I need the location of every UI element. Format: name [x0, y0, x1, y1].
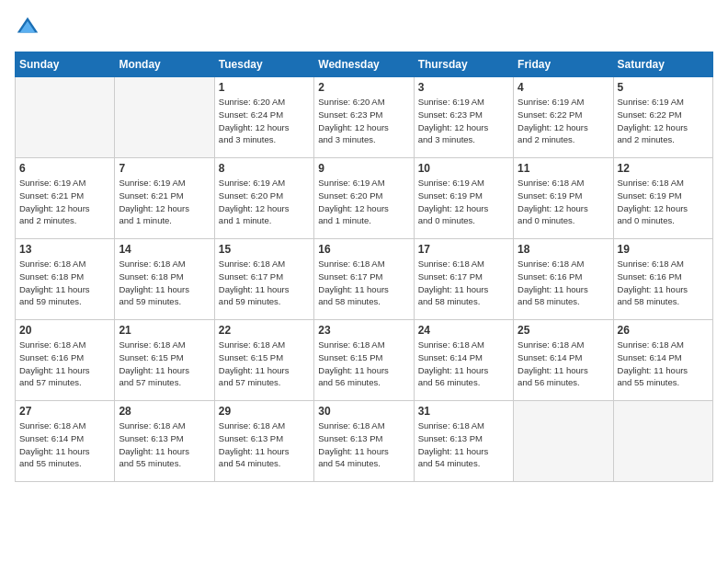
calendar-cell: [514, 401, 613, 482]
header-tuesday: Tuesday: [214, 52, 313, 77]
calendar-cell: 28Sunrise: 6:18 AM Sunset: 6:13 PM Dayli…: [115, 401, 214, 482]
calendar-cell: 8Sunrise: 6:19 AM Sunset: 6:20 PM Daylig…: [214, 158, 313, 239]
day-number: 3: [418, 81, 509, 94]
calendar-cell: 30Sunrise: 6:18 AM Sunset: 6:13 PM Dayli…: [314, 401, 414, 482]
day-number: 25: [518, 324, 609, 337]
day-info: Sunrise: 6:19 AM Sunset: 6:23 PM Dayligh…: [418, 96, 509, 146]
day-info: Sunrise: 6:18 AM Sunset: 6:15 PM Dayligh…: [318, 339, 409, 389]
day-number: 19: [618, 243, 709, 256]
day-info: Sunrise: 6:20 AM Sunset: 6:23 PM Dayligh…: [318, 96, 409, 146]
day-number: 28: [119, 405, 210, 418]
calendar-cell: 10Sunrise: 6:19 AM Sunset: 6:19 PM Dayli…: [414, 158, 513, 239]
day-number: 23: [318, 324, 409, 337]
calendar-cell: 11Sunrise: 6:18 AM Sunset: 6:19 PM Dayli…: [514, 158, 613, 239]
calendar-cell: 20Sunrise: 6:18 AM Sunset: 6:16 PM Dayli…: [16, 320, 115, 401]
calendar-week-1: 1Sunrise: 6:20 AM Sunset: 6:24 PM Daylig…: [16, 77, 713, 158]
calendar-cell: 17Sunrise: 6:18 AM Sunset: 6:17 PM Dayli…: [414, 239, 513, 320]
calendar-cell: [613, 401, 712, 482]
calendar-cell: 7Sunrise: 6:19 AM Sunset: 6:21 PM Daylig…: [115, 158, 214, 239]
day-info: Sunrise: 6:19 AM Sunset: 6:21 PM Dayligh…: [19, 177, 110, 227]
day-number: 31: [418, 405, 509, 418]
day-number: 4: [518, 81, 609, 94]
day-number: 13: [19, 243, 110, 256]
day-number: 1: [219, 81, 310, 94]
day-number: 30: [318, 405, 409, 418]
day-number: 18: [518, 243, 609, 256]
calendar-cell: 14Sunrise: 6:18 AM Sunset: 6:18 PM Dayli…: [115, 239, 214, 320]
calendar-cell: 24Sunrise: 6:18 AM Sunset: 6:14 PM Dayli…: [414, 320, 513, 401]
day-info: Sunrise: 6:18 AM Sunset: 6:18 PM Dayligh…: [19, 258, 110, 308]
page-header: [15, 15, 713, 40]
day-number: 22: [219, 324, 310, 337]
calendar-cell: 13Sunrise: 6:18 AM Sunset: 6:18 PM Dayli…: [16, 239, 115, 320]
day-info: Sunrise: 6:18 AM Sunset: 6:14 PM Dayligh…: [19, 419, 110, 470]
day-info: Sunrise: 6:18 AM Sunset: 6:13 PM Dayligh…: [318, 419, 409, 470]
calendar-week-4: 20Sunrise: 6:18 AM Sunset: 6:16 PM Dayli…: [16, 320, 713, 401]
day-info: Sunrise: 6:19 AM Sunset: 6:21 PM Dayligh…: [119, 177, 210, 227]
calendar-cell: 12Sunrise: 6:18 AM Sunset: 6:19 PM Dayli…: [613, 158, 712, 239]
logo-icon: [15, 15, 40, 40]
day-info: Sunrise: 6:19 AM Sunset: 6:22 PM Dayligh…: [618, 96, 709, 146]
day-info: Sunrise: 6:20 AM Sunset: 6:24 PM Dayligh…: [219, 96, 310, 146]
calendar-cell: 27Sunrise: 6:18 AM Sunset: 6:14 PM Dayli…: [16, 401, 115, 482]
day-info: Sunrise: 6:19 AM Sunset: 6:20 PM Dayligh…: [318, 177, 409, 227]
day-info: Sunrise: 6:18 AM Sunset: 6:17 PM Dayligh…: [318, 258, 409, 308]
header-saturday: Saturday: [613, 52, 712, 77]
calendar-cell: 16Sunrise: 6:18 AM Sunset: 6:17 PM Dayli…: [314, 239, 414, 320]
calendar-cell: 25Sunrise: 6:18 AM Sunset: 6:14 PM Dayli…: [514, 320, 613, 401]
calendar-cell: 21Sunrise: 6:18 AM Sunset: 6:15 PM Dayli…: [115, 320, 214, 401]
calendar-cell: 18Sunrise: 6:18 AM Sunset: 6:16 PM Dayli…: [514, 239, 613, 320]
calendar-cell: 31Sunrise: 6:18 AM Sunset: 6:13 PM Dayli…: [414, 401, 513, 482]
calendar-header-row: SundayMondayTuesdayWednesdayThursdayFrid…: [16, 52, 713, 77]
calendar-cell: 29Sunrise: 6:18 AM Sunset: 6:13 PM Dayli…: [214, 401, 313, 482]
header-thursday: Thursday: [414, 52, 513, 77]
day-info: Sunrise: 6:18 AM Sunset: 6:18 PM Dayligh…: [119, 258, 210, 308]
day-info: Sunrise: 6:18 AM Sunset: 6:17 PM Dayligh…: [418, 258, 509, 308]
calendar-week-3: 13Sunrise: 6:18 AM Sunset: 6:18 PM Dayli…: [16, 239, 713, 320]
calendar-cell: 23Sunrise: 6:18 AM Sunset: 6:15 PM Dayli…: [314, 320, 414, 401]
day-number: 14: [119, 243, 210, 256]
calendar-cell: 5Sunrise: 6:19 AM Sunset: 6:22 PM Daylig…: [613, 77, 712, 158]
day-info: Sunrise: 6:18 AM Sunset: 6:16 PM Dayligh…: [618, 258, 709, 308]
day-info: Sunrise: 6:18 AM Sunset: 6:16 PM Dayligh…: [19, 339, 110, 389]
day-number: 17: [418, 243, 509, 256]
day-info: Sunrise: 6:18 AM Sunset: 6:15 PM Dayligh…: [219, 339, 310, 389]
day-number: 5: [618, 81, 709, 94]
calendar-cell: 19Sunrise: 6:18 AM Sunset: 6:16 PM Dayli…: [613, 239, 712, 320]
calendar-cell: [16, 77, 115, 158]
calendar-cell: 1Sunrise: 6:20 AM Sunset: 6:24 PM Daylig…: [214, 77, 313, 158]
day-number: 21: [119, 324, 210, 337]
header-monday: Monday: [115, 52, 214, 77]
calendar-cell: 2Sunrise: 6:20 AM Sunset: 6:23 PM Daylig…: [314, 77, 414, 158]
day-number: 11: [518, 162, 609, 175]
day-info: Sunrise: 6:18 AM Sunset: 6:17 PM Dayligh…: [219, 258, 310, 308]
day-info: Sunrise: 6:18 AM Sunset: 6:15 PM Dayligh…: [119, 339, 210, 389]
day-info: Sunrise: 6:18 AM Sunset: 6:16 PM Dayligh…: [518, 258, 609, 308]
calendar-table: SundayMondayTuesdayWednesdayThursdayFrid…: [15, 52, 713, 482]
day-number: 12: [618, 162, 709, 175]
day-info: Sunrise: 6:19 AM Sunset: 6:19 PM Dayligh…: [418, 177, 509, 227]
calendar-cell: 9Sunrise: 6:19 AM Sunset: 6:20 PM Daylig…: [314, 158, 414, 239]
day-number: 10: [418, 162, 509, 175]
day-number: 7: [119, 162, 210, 175]
day-info: Sunrise: 6:19 AM Sunset: 6:20 PM Dayligh…: [219, 177, 310, 227]
header-sunday: Sunday: [16, 52, 115, 77]
calendar-cell: 26Sunrise: 6:18 AM Sunset: 6:14 PM Dayli…: [613, 320, 712, 401]
day-info: Sunrise: 6:19 AM Sunset: 6:22 PM Dayligh…: [518, 96, 609, 146]
day-info: Sunrise: 6:18 AM Sunset: 6:19 PM Dayligh…: [618, 177, 709, 227]
day-info: Sunrise: 6:18 AM Sunset: 6:13 PM Dayligh…: [119, 419, 210, 470]
day-number: 20: [19, 324, 110, 337]
day-info: Sunrise: 6:18 AM Sunset: 6:19 PM Dayligh…: [518, 177, 609, 227]
calendar-cell: 4Sunrise: 6:19 AM Sunset: 6:22 PM Daylig…: [514, 77, 613, 158]
calendar-week-2: 6Sunrise: 6:19 AM Sunset: 6:21 PM Daylig…: [16, 158, 713, 239]
calendar-cell: 22Sunrise: 6:18 AM Sunset: 6:15 PM Dayli…: [214, 320, 313, 401]
day-info: Sunrise: 6:18 AM Sunset: 6:14 PM Dayligh…: [618, 339, 709, 389]
calendar-cell: 3Sunrise: 6:19 AM Sunset: 6:23 PM Daylig…: [414, 77, 513, 158]
calendar-cell: 6Sunrise: 6:19 AM Sunset: 6:21 PM Daylig…: [16, 158, 115, 239]
day-number: 8: [219, 162, 310, 175]
day-number: 15: [219, 243, 310, 256]
day-number: 16: [318, 243, 409, 256]
day-number: 2: [318, 81, 409, 94]
calendar-cell: [115, 77, 214, 158]
day-info: Sunrise: 6:18 AM Sunset: 6:14 PM Dayligh…: [418, 339, 509, 389]
